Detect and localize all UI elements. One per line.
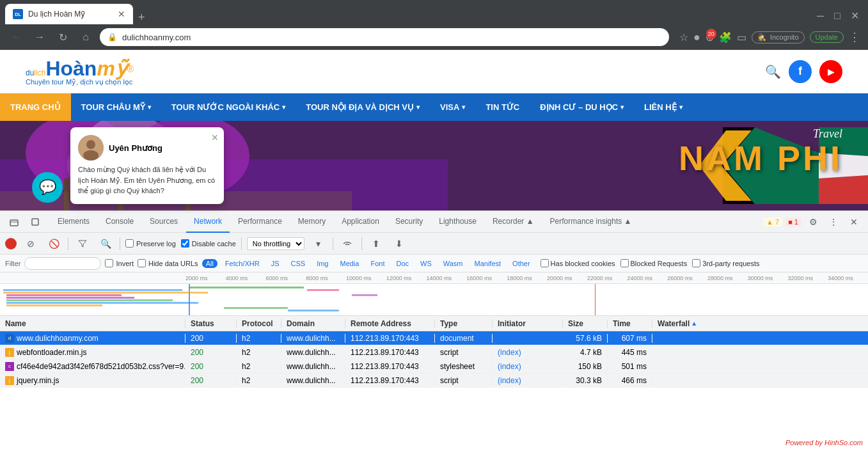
record-button[interactable] xyxy=(5,238,17,249)
tab-close-button[interactable]: ✕ xyxy=(118,9,125,19)
disable-cache-checkbox[interactable]: Disable cache xyxy=(181,239,236,248)
filter-chip-js[interactable]: JS xyxy=(267,259,283,268)
nav-item-tourmy[interactable]: TOUR CHÂU MỸ ▾ xyxy=(71,93,161,121)
filter-chip-other[interactable]: Other xyxy=(509,259,534,268)
th-time[interactable]: Time xyxy=(608,319,652,328)
new-tab-button[interactable]: + xyxy=(133,11,150,24)
hide-data-urls-input[interactable] xyxy=(138,259,146,267)
blocked-requests-input[interactable] xyxy=(620,259,629,267)
tab-elements[interactable]: Elements xyxy=(50,211,97,233)
th-size[interactable]: Size xyxy=(563,319,608,328)
nav-item-lienhe[interactable]: LIÊN HỆ ▾ xyxy=(634,93,693,121)
tab-lighthouse[interactable]: Lighthouse xyxy=(431,211,484,233)
nav-item-visa[interactable]: VISA ▾ xyxy=(430,93,475,121)
browser-tab[interactable]: DL Du lịch Hoàn Mỹ ✕ xyxy=(5,4,133,24)
devtools-settings-button[interactable]: ⚙ xyxy=(804,213,822,231)
devtools-close-button[interactable]: ✕ xyxy=(845,213,863,231)
filter-icon-button[interactable] xyxy=(74,235,91,253)
minimize-icon[interactable]: ─ xyxy=(813,10,828,22)
browser-menu-button[interactable]: ⋮ xyxy=(849,30,860,44)
table-row[interactable]: j webfontloader.min.js 200 h2 www.dulich… xyxy=(0,345,868,359)
update-button[interactable]: Update xyxy=(810,31,844,43)
hide-data-urls-checkbox[interactable]: Hide data URLs xyxy=(138,259,198,267)
filter-chip-font[interactable]: Font xyxy=(367,259,388,268)
tab-memory[interactable]: Memory xyxy=(290,211,333,233)
tab-recorder[interactable]: Recorder ▲ xyxy=(485,211,542,233)
th-waterfall[interactable]: Waterfall ▲ xyxy=(652,319,868,328)
third-party-checkbox[interactable]: 3rd-party requests xyxy=(692,259,759,267)
preserve-log-input[interactable] xyxy=(125,239,134,248)
cast-icon[interactable]: ▭ xyxy=(737,31,746,43)
nav-item-tournoidia[interactable]: TOUR NỘI ĐỊA VÀ DỊCH VỤ ▾ xyxy=(296,93,430,121)
chat-close-button[interactable]: ✕ xyxy=(211,132,219,143)
th-protocol[interactable]: Protocol xyxy=(237,319,281,328)
table-row[interactable]: d www.dulichhoanmy.com 200 h2 www.dulich… xyxy=(0,331,868,345)
nav-item-trangchu[interactable]: TRANG CHỦ xyxy=(0,93,71,121)
devtools-undock-button[interactable] xyxy=(26,213,44,231)
throttle-dropdown-icon[interactable]: ▾ xyxy=(310,235,327,253)
disable-cache-input[interactable] xyxy=(181,239,189,248)
facebook-button[interactable]: f xyxy=(789,60,812,83)
tab-console[interactable]: Console xyxy=(98,211,141,233)
nav-item-toournuocngoai[interactable]: TOUR NƯỚC NGOÀI KHÁC ▾ xyxy=(161,93,296,121)
nav-item-dinhcu[interactable]: ĐỊNH CƯ – DU HỌC ▾ xyxy=(530,93,634,121)
stop-button[interactable]: ⊘ xyxy=(22,235,40,253)
filter-input[interactable] xyxy=(30,260,95,267)
filter-chip-wasm[interactable]: Wasm xyxy=(439,259,467,268)
th-name[interactable]: Name xyxy=(0,319,185,328)
reload-button[interactable]: ↻ xyxy=(54,28,72,46)
filter-chip-img[interactable]: Img xyxy=(313,259,332,268)
tab-sources[interactable]: Sources xyxy=(142,211,185,233)
export-har-button[interactable]: ⬇ xyxy=(390,235,408,253)
initiator-link-2[interactable]: (index) xyxy=(498,348,521,357)
extension-icon-1[interactable]: ● xyxy=(693,31,700,44)
extension-icon-2[interactable]: 20 ⊕ xyxy=(706,31,714,43)
filter-chip-css[interactable]: CSS xyxy=(287,259,310,268)
address-bar[interactable]: 🔒 dulichhoanmy.com xyxy=(100,28,669,46)
site-logo[interactable]: dulichHoànmỹ® Chuyên tour Mỹ, dịch vụ ch… xyxy=(26,56,134,86)
youtube-button[interactable]: ▶ xyxy=(819,60,842,83)
back-button[interactable]: ← xyxy=(8,28,26,46)
filter-chip-all[interactable]: All xyxy=(202,259,217,268)
search-icon[interactable]: 🔍 xyxy=(765,64,781,79)
wifi-icon[interactable] xyxy=(338,235,356,253)
devtools-toggle-button[interactable] xyxy=(5,213,23,231)
th-remote[interactable]: Remote Address xyxy=(345,319,435,328)
invert-checkbox[interactable]: Invert xyxy=(105,259,134,267)
clear-button[interactable]: 🚫 xyxy=(45,235,63,253)
has-blocked-cookies-input[interactable] xyxy=(541,259,549,267)
th-status[interactable]: Status xyxy=(185,319,237,328)
tab-network[interactable]: Network xyxy=(186,211,230,233)
tab-application[interactable]: Application xyxy=(334,211,387,233)
filter-input-wrapper[interactable] xyxy=(24,257,101,270)
initiator-link-3[interactable]: (index) xyxy=(498,362,521,371)
bookmark-icon[interactable]: ☆ xyxy=(679,31,688,43)
devtools-more-button[interactable]: ⋮ xyxy=(825,213,842,231)
tab-security[interactable]: Security xyxy=(388,211,430,233)
filter-chip-manifest[interactable]: Manifest xyxy=(471,259,505,268)
preserve-log-checkbox[interactable]: Preserve log xyxy=(125,239,176,248)
forward-button[interactable]: → xyxy=(31,28,49,46)
chat-button[interactable]: 💬 xyxy=(32,172,63,203)
maximize-icon[interactable]: □ xyxy=(830,10,844,22)
filter-chip-fetchxhr[interactable]: Fetch/XHR xyxy=(221,259,264,268)
th-initiator[interactable]: Initiator xyxy=(493,319,563,328)
table-row[interactable]: j jquery.min.js 200 h2 www.dulichh... 11… xyxy=(0,374,868,388)
throttle-select[interactable]: No throttling Fast 3G Slow 3G xyxy=(247,237,304,250)
table-row[interactable]: c cf46e4de942ad3f42ef678d521d053b2.css?v… xyxy=(0,359,868,374)
blocked-requests-checkbox[interactable]: Blocked Requests xyxy=(620,259,688,267)
nav-item-tintuc[interactable]: TIN TỨC xyxy=(475,93,530,121)
tab-performance[interactable]: Performance xyxy=(230,211,290,233)
invert-input[interactable] xyxy=(105,259,113,267)
has-blocked-cookies-checkbox[interactable]: Has blocked cookies xyxy=(541,259,615,267)
close-window-icon[interactable]: ✕ xyxy=(847,10,863,22)
tab-performance-insights[interactable]: Performance insights ▲ xyxy=(542,211,640,233)
import-har-button[interactable]: ⬆ xyxy=(367,235,385,253)
th-domain[interactable]: Domain xyxy=(281,319,345,328)
filter-chip-ws[interactable]: WS xyxy=(416,259,436,268)
th-type[interactable]: Type xyxy=(435,319,493,328)
home-button[interactable]: ⌂ xyxy=(77,28,95,46)
filter-chip-media[interactable]: Media xyxy=(336,259,363,268)
filter-chip-doc[interactable]: Doc xyxy=(392,259,413,268)
third-party-input[interactable] xyxy=(692,259,700,267)
